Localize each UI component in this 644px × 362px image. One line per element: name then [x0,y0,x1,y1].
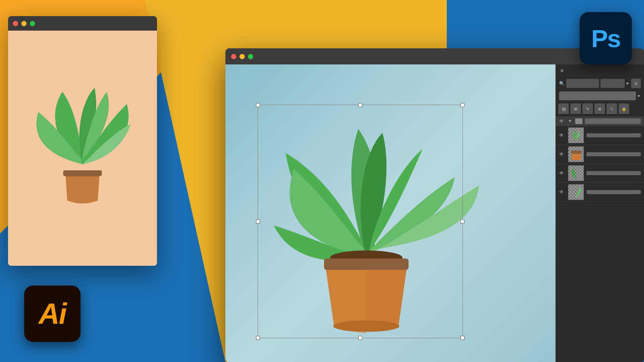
ps-close-button[interactable] [231,54,236,59]
maximize-button[interactable] [30,21,35,26]
handle-middle-right[interactable] [460,219,464,223]
illustrator-canvas [8,31,157,266]
eye-icon-group[interactable]: 👁 [559,118,566,124]
svg-rect-5 [571,151,582,154]
handle-bottom-center[interactable] [358,336,362,340]
handle-bottom-right[interactable] [460,336,464,340]
ps-canvas[interactable] [225,64,555,362]
handle-bottom-left[interactable] [256,336,260,340]
layer-item-2[interactable]: 👁 [556,145,644,164]
handle-top-right[interactable] [460,103,464,107]
thumb-plant-2 [570,150,583,160]
thumb-plant-3 [570,167,583,180]
toolbar-button-4[interactable]: ⊕ [594,103,605,114]
layer-thumbnail-4 [568,184,584,200]
search-icon: 🔍 [559,81,565,86]
svg-rect-0 [63,170,102,176]
panel-icon: ⊞ [634,81,638,86]
filter-dropdown[interactable] [559,91,636,100]
dropdown-arrow: ▼ [625,81,630,86]
toolbar-icon-6: 🔒 [621,107,626,111]
toolbar-icon-5: ⤡ [610,107,613,111]
kind-dropdown[interactable] [601,79,625,88]
layer-group-label [585,118,641,124]
eye-icon-4[interactable]: 👁 [559,189,566,195]
eye-icon-1[interactable]: 👁 [559,132,566,139]
ps-maximize-button[interactable] [248,54,253,59]
toolbar-icon-4: ⊕ [598,107,601,111]
illustrator-window [8,16,157,266]
layer-item-4[interactable]: 👁 [556,183,644,202]
layer-item-3[interactable]: 👁 [556,164,644,183]
layer-3-label [586,171,641,175]
eye-icon-3[interactable]: 👁 [559,170,566,176]
toolbar-button-6[interactable]: 🔒 [619,103,629,114]
layer-4-label [586,190,641,194]
thumb-plant-1 [570,129,583,143]
toolbar-icon-3: ✎ [586,107,589,111]
ai-logo-badge: Ai [24,285,80,342]
ps-minimize-button[interactable] [239,54,245,59]
layer-item-1[interactable]: 👁 [556,126,644,145]
thumb-plant-4 [570,186,583,199]
ai-titlebar [8,16,157,31]
layer-thumbnail-2 [568,146,584,162]
toolbar-icon-1: ▤ [562,107,566,111]
handle-top-left[interactable] [256,103,260,107]
search-input[interactable] [566,79,599,88]
ps-logo-badge: Ps [580,12,632,64]
layer-2-label [586,152,641,156]
panel-filter-row: ▼ [556,90,644,102]
layer-thumbnail-3 [568,165,584,181]
ps-content-area: ✕ 🔍 ▼ ⊞ ▼ ▤ [225,64,644,362]
panel-close-row: ✕ [556,64,644,77]
panel-close-icon[interactable]: ✕ [560,68,564,74]
folder-icon [575,118,582,124]
handle-middle-left[interactable] [256,219,260,223]
layer-toolbar: ▤ ⊞ ✎ ⊕ ⤡ 🔒 [556,102,644,116]
photoshop-window: ✕ 🔍 ▼ ⊞ ▼ ▤ [225,48,644,362]
minimize-button[interactable] [21,21,27,26]
panel-search-row: 🔍 ▼ ⊞ [556,77,644,90]
handle-top-center[interactable] [358,103,362,107]
ps-logo-text: Ps [591,24,620,53]
filter-dropdown-arrow: ▼ [637,94,641,98]
small-plant-illustration [38,84,127,213]
eye-icon-2[interactable]: 👁 [559,151,566,157]
layer-thumbnail-1 [568,127,584,143]
toolbar-button-3[interactable]: ✎ [582,103,593,114]
layer-1-label [586,133,641,137]
panel-icon-button[interactable]: ⊞ [631,79,641,88]
toolbar-button-1[interactable]: ▤ [558,103,569,114]
layer-group-row[interactable]: 👁 ▼ [556,116,644,126]
selection-box [258,105,463,338]
expand-icon[interactable]: ▼ [568,119,573,124]
layers-panel: ✕ 🔍 ▼ ⊞ ▼ ▤ [555,64,644,362]
toolbar-button-5[interactable]: ⤡ [607,103,617,114]
close-button[interactable] [13,21,18,26]
toolbar-icon-2: ⊞ [574,107,577,111]
toolbar-button-2[interactable]: ⊞ [570,103,581,114]
ai-logo-text: Ai [39,297,66,330]
